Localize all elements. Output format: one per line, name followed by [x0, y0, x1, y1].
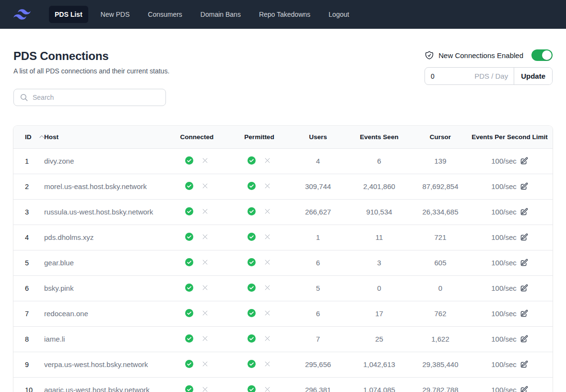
permitted-false-button[interactable]: [264, 335, 271, 342]
check-circle-icon: [248, 309, 256, 317]
edit-rate-limit-button[interactable]: [520, 284, 528, 292]
connected-false-button[interactable]: [201, 284, 209, 291]
pencil-square-icon: [520, 284, 528, 292]
connected-false-button[interactable]: [201, 360, 209, 368]
pds-host: russula.us-west.host.bsky.network: [44, 199, 167, 225]
pencil-square-icon: [520, 208, 528, 216]
connected-false-button[interactable]: [201, 182, 209, 190]
permitted-cell: [227, 250, 292, 275]
edit-rate-limit-button[interactable]: [520, 208, 528, 216]
permitted-false-button[interactable]: [264, 284, 271, 291]
permitted-true-button[interactable]: [248, 360, 256, 368]
connected-true-button[interactable]: [185, 360, 193, 368]
connected-true-button[interactable]: [185, 258, 193, 266]
x-icon: [264, 284, 271, 291]
edit-rate-limit-button[interactable]: [520, 360, 528, 368]
permitted-true-button[interactable]: [248, 334, 256, 343]
connected-true-button[interactable]: [185, 233, 193, 241]
permitted-cell: [227, 225, 292, 250]
nav-item-new-pds[interactable]: New PDS: [95, 6, 136, 23]
table-row: 2 morel.us-east.host.bsky.network: [13, 174, 553, 199]
events-seen-count: 1,042,613: [344, 352, 414, 377]
permitted-true-button[interactable]: [248, 182, 256, 190]
connected-true-button[interactable]: [185, 309, 193, 317]
nav-item-consumers[interactable]: Consumers: [142, 6, 188, 23]
page-subtitle: A list of all PDS connections and their …: [13, 67, 169, 75]
pds-per-day-input[interactable]: [431, 72, 464, 80]
eps-limit-cell: 100/sec: [467, 225, 553, 250]
pds-id: 7: [13, 301, 44, 326]
connected-false-button[interactable]: [201, 386, 209, 392]
users-count: 7: [292, 326, 344, 352]
connected-false-button[interactable]: [201, 157, 209, 164]
connected-true-button[interactable]: [185, 182, 193, 190]
connected-true-button[interactable]: [185, 385, 193, 392]
tailwind-wave-icon: [13, 6, 31, 23]
permitted-false-button[interactable]: [264, 386, 271, 392]
column-header-users: Users: [292, 126, 344, 148]
permitted-false-button[interactable]: [264, 182, 271, 190]
cursor-value: 87,692,854: [414, 174, 467, 199]
connected-false-button[interactable]: [201, 208, 209, 215]
permitted-true-button[interactable]: [248, 156, 256, 165]
connected-cell: [167, 250, 227, 275]
permitted-false-button[interactable]: [264, 157, 271, 164]
nav-item-pds-list[interactable]: PDS List: [49, 6, 88, 23]
permitted-false-button[interactable]: [264, 309, 271, 317]
permitted-true-button[interactable]: [248, 284, 256, 292]
check-circle-icon: [248, 182, 256, 190]
edit-rate-limit-button[interactable]: [520, 259, 528, 267]
permitted-true-button[interactable]: [248, 233, 256, 241]
column-header-id[interactable]: ID: [13, 126, 44, 148]
nav-item-repo-takedowns[interactable]: Repo Takedowns: [253, 6, 316, 23]
edit-rate-limit-button[interactable]: [520, 309, 528, 318]
permitted-false-button[interactable]: [264, 360, 271, 368]
events-seen-count: 25: [344, 326, 414, 352]
permitted-true-button[interactable]: [248, 309, 256, 317]
permitted-true-button[interactable]: [248, 258, 256, 266]
edit-rate-limit-button[interactable]: [520, 157, 528, 165]
x-icon: [264, 360, 271, 368]
eps-limit-value: 100/sec: [491, 360, 517, 368]
edit-rate-limit-button[interactable]: [520, 233, 528, 241]
permitted-false-button[interactable]: [264, 259, 271, 266]
update-button[interactable]: Update: [514, 68, 552, 84]
pds-host: bsky.pink: [44, 275, 167, 301]
permitted-true-button[interactable]: [248, 385, 256, 392]
connected-false-button[interactable]: [201, 309, 209, 317]
pds-host: iame.li: [44, 326, 167, 352]
permitted-true-button[interactable]: [248, 207, 256, 215]
new-connections-toggle[interactable]: [531, 49, 553, 61]
edit-rate-limit-button[interactable]: [520, 182, 528, 190]
table-row: 3 russula.us-west.host.bsky.network: [13, 199, 553, 225]
nav-item-logout[interactable]: Logout: [323, 6, 355, 23]
connected-true-button[interactable]: [185, 334, 193, 343]
check-circle-icon: [185, 233, 193, 241]
pds-id: 4: [13, 225, 44, 250]
column-header-permitted: Permitted: [227, 126, 292, 148]
x-icon: [264, 309, 271, 317]
events-seen-count: 2,401,860: [344, 174, 414, 199]
pencil-square-icon: [520, 157, 528, 165]
permitted-false-button[interactable]: [264, 208, 271, 215]
pds-id: 10: [13, 377, 44, 392]
table-row: 4 pds.dholms.xyz: [13, 225, 553, 250]
nav-item-domain-bans[interactable]: Domain Bans: [195, 6, 247, 23]
connected-false-button[interactable]: [201, 259, 209, 266]
permitted-false-button[interactable]: [264, 233, 271, 240]
edit-rate-limit-button[interactable]: [520, 335, 528, 343]
permitted-cell: [227, 352, 292, 377]
connected-false-button[interactable]: [201, 233, 209, 240]
connected-true-button[interactable]: [185, 156, 193, 165]
connected-false-button[interactable]: [201, 335, 209, 342]
connected-true-button[interactable]: [185, 284, 193, 292]
pds-id: 5: [13, 250, 44, 275]
connected-true-button[interactable]: [185, 207, 193, 215]
brand-logo[interactable]: [13, 6, 31, 23]
table-row: 6 bsky.pink: [13, 275, 553, 301]
check-circle-icon: [248, 385, 256, 392]
edit-rate-limit-button[interactable]: [520, 386, 528, 392]
pds-id: 1: [13, 148, 44, 174]
pds-id: 6: [13, 275, 44, 301]
search-input[interactable]: [33, 94, 160, 101]
